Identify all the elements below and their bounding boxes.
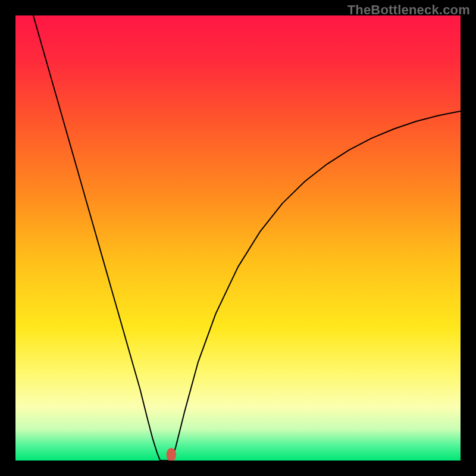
- plot-background: [15, 15, 461, 461]
- bottleneck-plot: [15, 15, 461, 461]
- watermark-text: TheBottleneck.com: [347, 2, 470, 18]
- chart-stage: TheBottleneck.com: [0, 0, 476, 476]
